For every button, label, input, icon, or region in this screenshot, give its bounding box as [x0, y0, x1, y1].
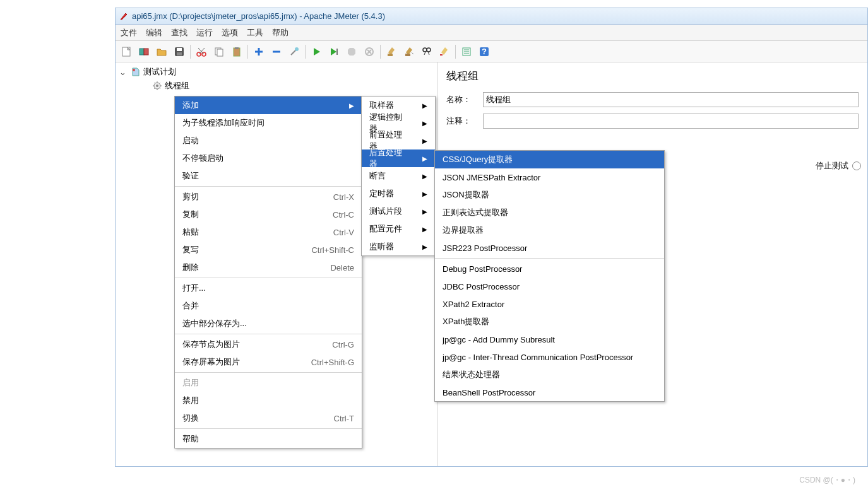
menu-item-label: 保存节点为图片	[182, 339, 240, 350]
templates-icon[interactable]	[136, 44, 152, 60]
menu-item[interactable]: jp@gc - Add Dummy Subresult	[435, 331, 664, 348]
menu-item[interactable]: 帮助	[175, 430, 362, 448]
menu-item[interactable]: 打开...	[175, 279, 362, 297]
play-icon[interactable]	[308, 44, 324, 60]
broom-clearall-icon[interactable]	[401, 44, 417, 60]
svg-rect-11	[235, 47, 239, 49]
broom-clear-icon[interactable]	[383, 44, 400, 60]
plus-icon[interactable]	[251, 44, 267, 60]
minus-icon[interactable]	[268, 44, 285, 60]
menu-item-label: 监听器	[369, 241, 394, 252]
tree-root[interactable]: ⌄ 测试计划	[119, 65, 433, 79]
menu-item[interactable]: 配置元件▶	[362, 220, 435, 238]
menu-item[interactable]: 边界提取器	[435, 221, 664, 239]
svg-point-22	[133, 69, 135, 71]
wand-icon[interactable]	[286, 44, 302, 60]
menu-shortcut: Ctrl-V	[333, 228, 354, 237]
new-file-icon[interactable]	[118, 44, 134, 60]
menu-item[interactable]: 合并	[175, 297, 362, 315]
copy-icon[interactable]	[211, 44, 227, 60]
menu-item-label: jp@gc - Add Dummy Subresult	[443, 335, 555, 344]
menu-item[interactable]: 断言▶	[362, 167, 435, 185]
menu-item[interactable]: 添加▶	[175, 97, 362, 114]
menu-item[interactable]: 测试片段▶	[362, 202, 435, 220]
menu-separator	[175, 372, 362, 373]
window-title: api65.jmx (D:\projects\jmeter_pros\api65…	[132, 11, 385, 21]
menu-item-label: 断言	[369, 170, 386, 182]
menu-item-label: 保存屏幕为图片	[182, 356, 240, 368]
save-icon[interactable]	[171, 44, 187, 60]
name-input[interactable]	[483, 92, 859, 107]
menu-item[interactable]: 删除Delete	[175, 259, 362, 276]
comment-label: 注释：	[446, 115, 478, 127]
menu-item[interactable]: JSR223 PostProcessor	[435, 239, 664, 257]
menu-item-label: 配置元件	[369, 223, 402, 235]
menu-item[interactable]: Debug PostProcessor	[435, 260, 664, 278]
menu-item[interactable]: 不停顿启动	[175, 149, 362, 167]
menu-shortcut: Ctrl-X	[333, 192, 354, 202]
clear-search-icon[interactable]	[436, 44, 453, 60]
menu-item[interactable]: 剪切Ctrl-X	[175, 188, 362, 206]
menu-item[interactable]: 后置处理器▶	[362, 149, 435, 167]
menu-edit[interactable]: 编辑	[146, 27, 162, 38]
menu-options[interactable]: 选项	[222, 27, 238, 38]
play-nopause-icon[interactable]	[326, 44, 342, 60]
menu-item[interactable]: 复制Ctrl-C	[175, 206, 362, 223]
menu-item[interactable]: JSON提取器	[435, 186, 664, 204]
menu-item[interactable]: 保存节点为图片Ctrl-G	[175, 336, 362, 353]
stop-icon[interactable]	[343, 44, 360, 60]
chevron-right-icon: ▶	[422, 102, 427, 109]
menu-item[interactable]: 切换Ctrl-T	[175, 409, 362, 427]
menu-item[interactable]: 选中部分保存为...	[175, 315, 362, 332]
menu-item[interactable]: 复写Ctrl+Shift-C	[175, 241, 362, 259]
chevron-right-icon: ▶	[422, 243, 427, 250]
menu-item[interactable]: jp@gc - Inter-Thread Communication PostP…	[435, 348, 664, 366]
menu-item[interactable]: 定时器▶	[362, 185, 435, 202]
tree-threadgroup[interactable]: 线程组	[119, 79, 433, 93]
menu-find[interactable]: 查找	[171, 27, 187, 38]
stop-test-label: 停止测试	[816, 160, 848, 172]
menu-item[interactable]: BeanShell PostProcessor	[435, 384, 664, 401]
menu-item[interactable]: 粘贴Ctrl-V	[175, 223, 362, 241]
menu-item[interactable]: XPath提取器	[435, 313, 664, 331]
svg-rect-9	[217, 49, 223, 56]
menu-run[interactable]: 运行	[196, 27, 213, 38]
open-icon[interactable]	[153, 44, 170, 60]
comment-input[interactable]	[483, 114, 859, 129]
menu-item-label: 测试片段	[369, 206, 402, 217]
menu-item-label: 帮助	[182, 433, 199, 445]
menu-item-label: 复写	[182, 244, 199, 255]
menu-help[interactable]: 帮助	[272, 27, 288, 38]
shutdown-icon[interactable]	[361, 44, 378, 60]
menu-item[interactable]: 保存屏幕为图片Ctrl+Shift-G	[175, 353, 362, 371]
search-icon[interactable]	[419, 44, 435, 60]
stop-test-option[interactable]: 停止测试	[816, 160, 861, 172]
radio-icon[interactable]	[852, 161, 861, 170]
paste-icon[interactable]	[229, 44, 245, 60]
menu-item[interactable]: JDBC PostProcessor	[435, 278, 664, 295]
menu-item[interactable]: 验证	[175, 167, 362, 185]
tree-child-label: 线程组	[165, 80, 189, 91]
expand-icon[interactable]: ⌄	[119, 67, 128, 77]
context-menu: 添加▶为子线程添加响应时间启动不停顿启动验证剪切Ctrl-X复制Ctrl-C粘贴…	[174, 96, 362, 448]
menu-item-label: JSR223 PostProcessor	[443, 243, 527, 253]
menu-item[interactable]: 启动	[175, 132, 362, 149]
menu-item-label: 合并	[182, 300, 199, 312]
cut-icon[interactable]	[193, 44, 210, 60]
menu-file[interactable]: 文件	[121, 27, 137, 38]
menu-item[interactable]: 结果状态处理器	[435, 366, 664, 384]
menu-item[interactable]: CSS/JQuery提取器	[435, 151, 664, 168]
menu-item[interactable]: XPath2 Extractor	[435, 295, 664, 313]
menu-tools[interactable]: 工具	[247, 27, 263, 38]
name-label: 名称：	[446, 94, 478, 105]
menu-item[interactable]: JSON JMESPath Extractor	[435, 168, 664, 186]
menu-item[interactable]: 监听器▶	[362, 238, 435, 255]
function-helper-icon[interactable]	[458, 44, 475, 60]
menu-separator	[175, 334, 362, 334]
chevron-right-icon: ▶	[349, 102, 354, 109]
menu-item[interactable]: 正则表达式提取器	[435, 204, 664, 221]
chevron-right-icon: ▶	[422, 155, 427, 162]
menu-item[interactable]: 禁用	[175, 392, 362, 409]
help-icon[interactable]: ?	[476, 44, 492, 60]
menu-item[interactable]: 为子线程添加响应时间	[175, 114, 362, 132]
